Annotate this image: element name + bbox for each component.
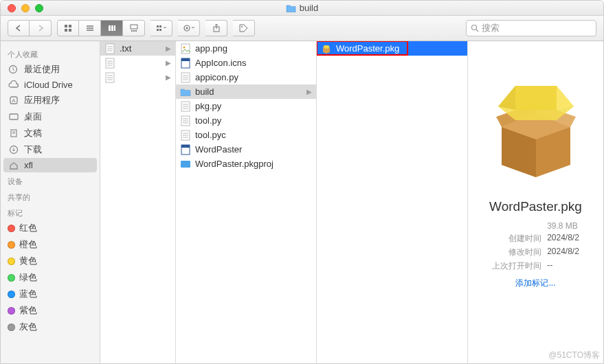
gallery-icon — [130, 24, 138, 32]
column-2[interactable]: app.pngAppIcon.icnsappicon.pybuild▶pkg.p… — [176, 41, 317, 363]
file-row[interactable]: tool.py — [176, 113, 316, 128]
file-name: tool.py — [195, 115, 313, 126]
nav-buttons — [8, 20, 52, 36]
chevron-left-icon — [15, 25, 22, 32]
svg-rect-66 — [181, 161, 190, 168]
sidebar-item[interactable]: 黄色 — [1, 253, 100, 269]
svg-marker-75 — [515, 86, 557, 110]
folder-icon — [180, 87, 191, 98]
file-name: pkg.py — [195, 101, 313, 111]
svg-rect-0 — [65, 25, 67, 27]
word-icon — [180, 144, 191, 155]
apps-icon: A — [8, 95, 20, 105]
action-button[interactable] — [178, 20, 200, 36]
file-row[interactable]: app.png — [176, 41, 316, 56]
share-button[interactable] — [205, 20, 227, 36]
svg-rect-11 — [131, 30, 133, 32]
py-icon — [180, 115, 191, 126]
file-icon — [104, 43, 115, 54]
tag-dot-icon — [8, 323, 15, 331]
sidebar-item[interactable]: 灰色 — [1, 319, 100, 335]
file-row[interactable]: WordPaster.pkgproj — [176, 157, 316, 171]
tags-button[interactable] — [233, 20, 255, 36]
svg-point-21 — [241, 26, 243, 27]
svg-rect-1 — [69, 25, 71, 27]
list-view-button[interactable] — [79, 20, 101, 36]
file-row[interactable]: WordPaster — [176, 142, 316, 157]
back-button[interactable] — [8, 20, 30, 36]
file-row[interactable]: .txt▶ — [100, 41, 175, 56]
titlebar: build — [1, 1, 603, 16]
sidebar-item[interactable]: 下载 — [1, 141, 100, 158]
sidebar-item[interactable]: 最近使用 — [1, 61, 100, 78]
sidebar-header: 标记 — [1, 204, 100, 220]
sidebar-item[interactable]: 蓝色 — [1, 286, 100, 302]
file-row[interactable]: ▶ — [100, 56, 175, 70]
tag-dot-icon — [8, 225, 15, 232]
clock-icon — [8, 65, 20, 74]
sidebar-item-label: 桌面 — [24, 111, 42, 123]
preview-meta: 39.8 MB 创建时间2024/8/2 修改时间2024/8/2 上次打开时间… — [492, 221, 579, 272]
sidebar-item[interactable]: 红色 — [1, 220, 100, 236]
file-row[interactable]: AppIcon.icns — [176, 56, 316, 70]
grid-icon — [64, 24, 72, 32]
tag-dot-icon — [8, 274, 15, 282]
close-icon[interactable] — [8, 4, 16, 12]
preview-filename: WordPaster.pkg — [489, 199, 582, 214]
word-icon — [180, 58, 191, 69]
tag-dot-icon — [8, 291, 15, 298]
sidebar-item[interactable]: 桌面 — [1, 109, 100, 125]
chevron-right-icon: ▶ — [166, 45, 172, 52]
tag-dot-icon — [8, 307, 15, 315]
sidebar-item-label: iCloud Drive — [24, 80, 73, 90]
sidebar: 个人收藏最近使用iCloud DriveA应用程序桌面文稿下载xfl设备共享的标… — [1, 41, 100, 363]
list-icon — [86, 24, 94, 32]
file-row[interactable]: build▶ — [176, 84, 316, 99]
gallery-view-button[interactable] — [123, 20, 145, 36]
svg-text:A: A — [12, 98, 16, 104]
sidebar-item[interactable]: iCloud Drive — [1, 78, 100, 92]
sidebar-item[interactable]: 文稿 — [1, 125, 100, 141]
file-row[interactable]: WordPaster.pkg — [317, 41, 467, 56]
zoom-icon[interactable] — [35, 4, 43, 12]
svg-rect-3 — [69, 29, 71, 32]
svg-rect-65 — [181, 145, 190, 148]
icon-view-button[interactable] — [57, 20, 79, 36]
add-tag-link[interactable]: 添加标记... — [515, 277, 555, 289]
file-row[interactable]: tool.pyc — [176, 128, 316, 142]
arrange-icon — [156, 24, 167, 32]
column-view-button[interactable] — [101, 20, 123, 36]
pkg-icon — [321, 43, 332, 54]
search-icon — [471, 24, 479, 32]
arrange-button[interactable] — [150, 20, 172, 36]
doc-icon — [8, 128, 20, 138]
sidebar-header: 设备 — [1, 172, 100, 188]
svg-rect-14 — [157, 25, 159, 27]
column-1[interactable]: .txt▶▶▶ — [100, 41, 176, 363]
svg-marker-77 — [557, 86, 574, 110]
minimize-icon[interactable] — [21, 4, 30, 12]
sidebar-item[interactable]: 紫色 — [1, 302, 100, 319]
sidebar-item[interactable]: 绿色 — [1, 269, 100, 286]
cloud-icon — [8, 80, 20, 90]
svg-rect-8 — [111, 25, 113, 31]
toolbar: 搜索 — [1, 16, 603, 41]
window-title: build — [1, 3, 603, 13]
sidebar-item[interactable]: xfl — [3, 158, 97, 172]
preview-pane: WordPaster.pkg 39.8 MB 创建时间2024/8/2 修改时间… — [468, 41, 603, 363]
file-name: tool.pyc — [195, 130, 313, 140]
file-row[interactable]: pkg.py — [176, 99, 316, 113]
file-row[interactable]: ▶ — [100, 70, 175, 84]
folder-icon — [286, 4, 296, 12]
share-icon — [212, 23, 221, 33]
column-3[interactable]: WordPaster.pkg — [317, 41, 468, 363]
sidebar-item[interactable]: 橙色 — [1, 236, 100, 253]
sidebar-item[interactable]: A应用程序 — [1, 92, 100, 109]
forward-button[interactable] — [30, 20, 52, 36]
search-input[interactable]: 搜索 — [466, 20, 596, 36]
svg-rect-2 — [65, 29, 67, 32]
file-row[interactable]: appicon.py — [176, 70, 316, 84]
tag-dot-icon — [8, 258, 15, 265]
sidebar-item-label: 应用程序 — [24, 94, 60, 106]
py-icon — [180, 101, 191, 112]
